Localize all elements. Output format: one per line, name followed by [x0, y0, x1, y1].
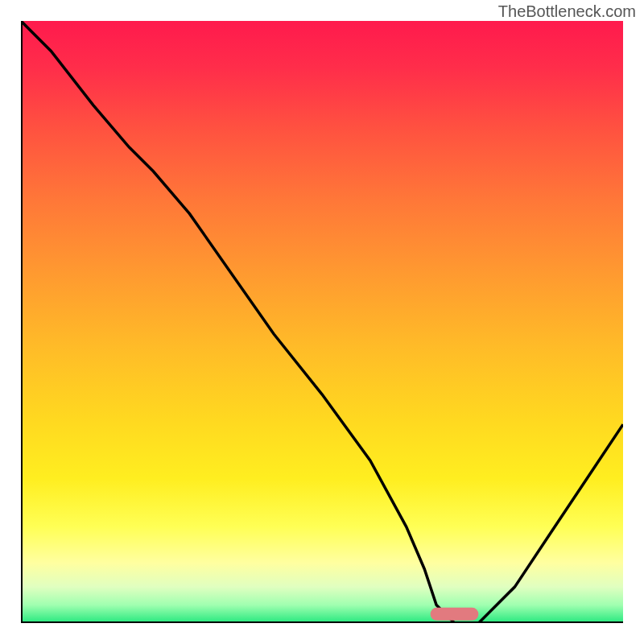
watermark-text: TheBottleneck.com [498, 2, 636, 21]
gradient-background [21, 21, 623, 623]
bottleneck-chart [21, 21, 623, 623]
